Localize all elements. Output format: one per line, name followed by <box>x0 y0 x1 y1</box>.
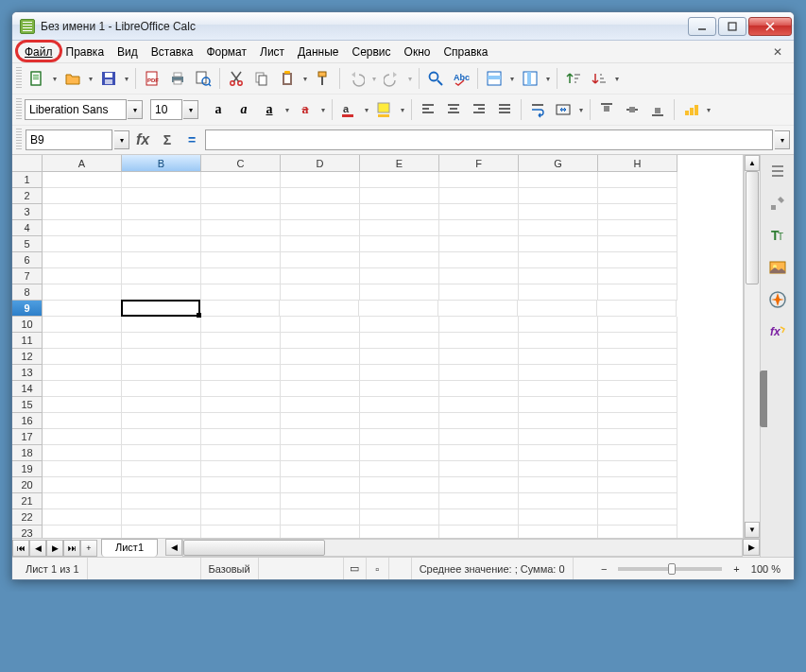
cell-G20[interactable] <box>519 477 598 493</box>
formula-equals-icon[interactable]: = <box>180 129 203 151</box>
cell-D20[interactable] <box>281 477 360 493</box>
cell-H14[interactable] <box>598 381 677 397</box>
horizontal-scrollbar[interactable]: ◀ ▶ <box>165 539 760 557</box>
row-header-4[interactable]: 4 <box>12 220 43 236</box>
cell-H5[interactable] <box>598 236 677 252</box>
cell-G8[interactable] <box>519 284 598 301</box>
cell-C16[interactable] <box>201 413 281 429</box>
cell-D6[interactable] <box>281 252 360 268</box>
cell-E4[interactable] <box>360 220 439 236</box>
paste-dropdown[interactable]: ▾ <box>300 75 310 83</box>
scroll-left-icon[interactable]: ◀ <box>165 539 182 556</box>
merge-cells-icon[interactable] <box>551 97 575 122</box>
scroll-up-icon[interactable]: ▲ <box>745 155 760 171</box>
cell-F10[interactable] <box>439 317 519 333</box>
cell-D19[interactable] <box>281 461 360 477</box>
cell-H23[interactable] <box>598 526 677 538</box>
cell-H12[interactable] <box>598 349 677 365</box>
name-box-dropdown[interactable]: ▾ <box>114 130 129 149</box>
cell-B5[interactable] <box>122 236 201 252</box>
cell-A21[interactable] <box>43 493 122 509</box>
cell-F8[interactable] <box>439 284 519 301</box>
undo-dropdown[interactable]: ▾ <box>369 75 379 83</box>
save-icon[interactable] <box>96 66 121 91</box>
cell-H2[interactable] <box>598 188 677 204</box>
tab-last-icon[interactable]: ⏭ <box>63 540 80 557</box>
cell-E9[interactable] <box>359 301 438 317</box>
cell-F23[interactable] <box>439 526 519 538</box>
row-header-14[interactable]: 14 <box>12 381 43 397</box>
cell-D7[interactable] <box>281 268 360 284</box>
underline-dropdown[interactable]: ▾ <box>283 106 292 114</box>
cell-B7[interactable] <box>122 268 201 284</box>
sidebar-settings-icon[interactable] <box>765 159 790 183</box>
cell-C1[interactable] <box>201 172 281 188</box>
cell-D8[interactable] <box>281 284 360 301</box>
cell-A8[interactable] <box>43 284 122 301</box>
cell-D9[interactable] <box>280 301 359 317</box>
cell-E16[interactable] <box>360 413 439 429</box>
row-header-1[interactable]: 1 <box>12 172 43 188</box>
cell-B6[interactable] <box>122 252 201 268</box>
cell-B22[interactable] <box>122 509 201 526</box>
bold-icon[interactable]: a <box>206 97 231 122</box>
menu-file[interactable]: Файл <box>18 43 60 60</box>
paste-icon[interactable] <box>275 66 300 91</box>
cell-B8[interactable] <box>122 284 201 301</box>
cell-D15[interactable] <box>281 397 360 413</box>
print-preview-icon[interactable] <box>191 66 215 91</box>
cut-icon[interactable] <box>224 66 249 91</box>
font-name-input[interactable]: Liberation Sans <box>25 99 127 120</box>
cell-F16[interactable] <box>439 413 519 429</box>
tab-first-icon[interactable]: ⏮ <box>12 540 29 557</box>
column-header-H[interactable]: H <box>598 155 677 172</box>
cell-E7[interactable] <box>360 268 439 284</box>
status-style[interactable]: Базовый <box>201 558 259 579</box>
formula-expand[interactable]: ▾ <box>775 130 790 149</box>
cell-A16[interactable] <box>43 413 122 429</box>
cell-G16[interactable] <box>519 413 598 429</box>
minimize-button[interactable] <box>688 17 716 36</box>
cell-F2[interactable] <box>439 188 519 204</box>
column-header-G[interactable]: G <box>519 155 598 172</box>
clone-formatting-icon[interactable] <box>311 66 335 91</box>
cell-G7[interactable] <box>519 268 598 284</box>
cell-D11[interactable] <box>281 333 360 349</box>
cell-F12[interactable] <box>439 349 519 365</box>
cell-D21[interactable] <box>281 493 360 509</box>
align-justify-icon[interactable] <box>492 97 517 122</box>
cell-C19[interactable] <box>201 461 281 477</box>
cell-C12[interactable] <box>201 349 281 365</box>
underline-icon[interactable]: a <box>257 97 282 122</box>
cell-C10[interactable] <box>201 317 281 333</box>
cell-H6[interactable] <box>598 252 677 268</box>
cell-E8[interactable] <box>360 284 439 301</box>
row-header-19[interactable]: 19 <box>12 461 43 477</box>
cell-C4[interactable] <box>201 220 281 236</box>
cell-C13[interactable] <box>201 365 281 381</box>
cell-C22[interactable] <box>201 509 281 526</box>
cell-B2[interactable] <box>122 188 201 204</box>
align-right-icon[interactable] <box>467 97 491 122</box>
row-header-18[interactable]: 18 <box>12 445 43 461</box>
row-header-10[interactable]: 10 <box>12 317 43 333</box>
open-icon[interactable] <box>60 66 85 91</box>
cell-H13[interactable] <box>598 365 677 381</box>
row-header-5[interactable]: 5 <box>12 236 43 252</box>
cell-E13[interactable] <box>360 365 439 381</box>
cell-C11[interactable] <box>201 333 281 349</box>
cell-H9[interactable] <box>597 301 677 317</box>
sheet-tab-1[interactable]: Лист1 <box>101 539 158 557</box>
cell-G4[interactable] <box>519 220 598 236</box>
toolbar-grip[interactable] <box>16 98 22 121</box>
align-top-icon[interactable] <box>594 97 619 122</box>
sidebar-functions-icon[interactable]: fx <box>765 319 790 344</box>
row-header-6[interactable]: 6 <box>12 252 43 268</box>
menu-sheet[interactable]: Лист <box>253 43 291 60</box>
column-header-B[interactable]: B <box>122 155 201 172</box>
cell-F15[interactable] <box>439 397 519 413</box>
cell-G9[interactable] <box>518 301 597 317</box>
cell-D23[interactable] <box>281 526 360 538</box>
cell-C14[interactable] <box>201 381 281 397</box>
cell-A23[interactable] <box>43 526 122 538</box>
